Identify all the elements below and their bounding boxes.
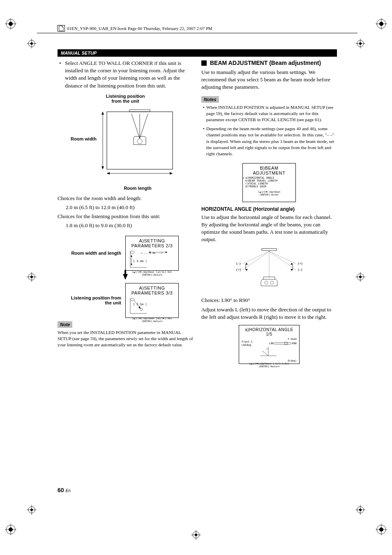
crop-corner-br xyxy=(376,524,387,537)
svg-text:(–): (–) xyxy=(236,261,241,265)
svg-text:(–): (–) xyxy=(298,267,302,272)
ha-screen: a)HORIZONTAL ANGLE 1/5 5 beam Front L L6… xyxy=(239,325,300,364)
choices2-label: Choices for the listening position from … xyxy=(58,213,193,220)
crop-mark-left-top xyxy=(27,39,37,50)
page-number: 60 En xyxy=(58,487,71,493)
svg-text:<---- 5.4m --->: <---- 5.4m ---> xyxy=(141,251,163,254)
crop-mark-right-mid xyxy=(355,272,365,283)
black-square-icon xyxy=(201,60,207,66)
side-label-2: Listening position from the unit xyxy=(58,295,125,305)
svg-line-63 xyxy=(242,251,269,270)
horizontal-angle-para: Use to adjust the horizontal angle of be… xyxy=(201,214,337,244)
svg-point-67 xyxy=(265,281,268,284)
svg-line-64 xyxy=(269,251,296,264)
screen-1: A)SETTING PARAMETERS 2/3 <---- 5.4m --->… xyxy=(125,236,179,271)
note-item-1: When INSTALLED POSITION is adjusted in M… xyxy=(201,104,337,123)
para-ha2: Adjust towards L (left) to move the dire… xyxy=(201,306,337,321)
crop-mark-right-top xyxy=(355,39,365,50)
left-column: Select ANGLE TO WALL OR CORNER if this u… xyxy=(58,60,193,368)
svg-text:(+): (+) xyxy=(236,267,241,272)
crop-mark-right-bot xyxy=(355,505,365,516)
diagram-left-label: Room width xyxy=(68,136,101,141)
choices1-range: 2.0 m (6.5 ft) to 12.0 m (40.0 ft) xyxy=(58,204,193,211)
horizontal-angle-heading: HORIZONTAL ANGLE (Horizontal angle) xyxy=(201,206,337,212)
svg-line-65 xyxy=(269,251,296,270)
notes-label: Notes xyxy=(201,96,219,103)
svg-line-77 xyxy=(262,351,268,356)
crop-corner-tr xyxy=(376,18,387,31)
beam-adjustment-heading: BEAM ADJUSTMENT (Beam adjustment) xyxy=(201,60,337,66)
left-bullet-1: Select ANGLE TO WALL OR CORNER if this u… xyxy=(58,60,193,90)
svg-point-52 xyxy=(130,251,134,253)
svg-point-57 xyxy=(130,298,134,301)
svg-text:[ 5.4m ]: [ 5.4m ] xyxy=(133,260,147,263)
svg-text:+: + xyxy=(266,347,268,350)
beam-menu-screen: B)BEAM ADJUSTMENT ▸ a)HORIZONTAL ANGLE b… xyxy=(242,163,296,202)
diagram-top-label-2: from the unit xyxy=(58,99,193,104)
beam-angle-diagram: (–) (+) (+) (–) xyxy=(228,247,310,292)
svg-point-60 xyxy=(140,308,143,311)
svg-text:(+): (+) xyxy=(298,261,302,265)
svg-rect-74 xyxy=(285,342,287,345)
svg-point-49 xyxy=(137,139,142,144)
diagram-bottom-label: Room length xyxy=(58,186,193,191)
crop-mark-left-bot xyxy=(27,505,37,516)
side-label-1: Room width and length xyxy=(58,251,125,256)
crop-mark-left-mid xyxy=(27,272,37,283)
svg-rect-73 xyxy=(274,343,291,344)
choices-ha: Choices: L90° to R90° xyxy=(201,297,337,304)
note-label: Note xyxy=(58,321,72,328)
header-rule xyxy=(37,33,357,33)
crop-corner-bl xyxy=(5,524,16,537)
right-column: BEAM ADJUSTMENT (Beam adjustment) Use to… xyxy=(201,60,337,368)
note-item-2: Depending on the beam mode settings (see… xyxy=(201,126,337,157)
section-header: MANUAL SETUP xyxy=(58,49,337,57)
svg-point-68 xyxy=(270,281,274,284)
arrow-down-icon xyxy=(123,274,128,280)
svg-rect-61 xyxy=(262,249,277,251)
screen-2: A)SETTING PARAMETERS 3/3 [ 2.5m ] [▲]/[▼… xyxy=(125,283,179,318)
svg-rect-45 xyxy=(129,110,150,112)
svg-line-46 xyxy=(131,114,140,138)
svg-text:[ 2.5m ]: [ 2.5m ] xyxy=(133,303,147,306)
beam-para-1: Use to manually adjust the various beam … xyxy=(201,69,337,91)
diagram-top-label-1: Listening position xyxy=(58,94,193,99)
crop-corner-tl xyxy=(5,18,16,31)
room-diagram-container: Listening position from the unit xyxy=(58,94,193,191)
note-text: When you set the INSTALLED POSITION para… xyxy=(58,329,193,348)
choices1-label: Choices for the room width and length: xyxy=(58,195,193,202)
choices2-range: 1.8 m (6.0 ft) to 9.0 m (30.0 ft) xyxy=(58,222,193,229)
crop-mark-bottom-center xyxy=(191,530,201,541)
header-file-info: 01EN_YSP-900_UAB_EN.book Page 60 Thursda… xyxy=(58,25,337,32)
svg-line-47 xyxy=(140,114,148,138)
svg-line-62 xyxy=(242,251,269,264)
room-diagram-svg xyxy=(68,106,183,182)
